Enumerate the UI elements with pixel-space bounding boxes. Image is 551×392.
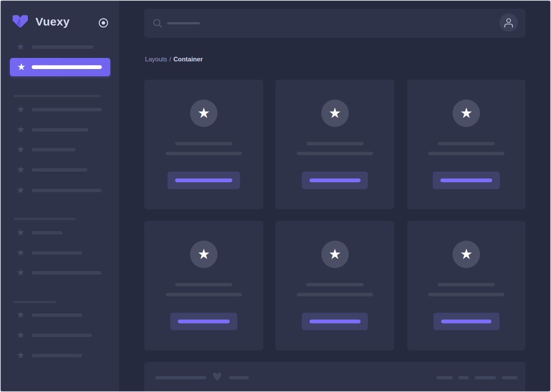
menu-item-label-placeholder	[32, 189, 102, 192]
card-text-line-placeholder	[428, 293, 504, 296]
button-label-placeholder	[441, 320, 491, 323]
sidebar: Vuexy ★★★★★★★★★★★★★	[1, 1, 119, 391]
star-icon: ★	[15, 164, 26, 175]
star-icon: ★	[460, 105, 472, 121]
card-text-line-placeholder	[175, 142, 232, 145]
content-card: ★	[276, 80, 394, 209]
sidebar-menu-item[interactable]: ★	[1, 268, 119, 277]
content-card: ★	[276, 221, 394, 350]
menu-item-label-placeholder	[32, 271, 102, 275]
breadcrumb-link-layouts[interactable]: Layouts	[145, 56, 167, 63]
sidebar-menu-item[interactable]: ★	[1, 248, 119, 257]
breadcrumb-current-page: Container	[173, 56, 203, 63]
star-icon: ★	[15, 267, 26, 278]
content-card: ★	[407, 221, 525, 350]
star-icon: ★	[15, 310, 26, 320]
search-placeholder-bar	[167, 22, 200, 24]
star-icon: ★	[197, 246, 210, 262]
sidebar-section-header-placeholder	[13, 218, 76, 220]
user-avatar[interactable]	[499, 13, 518, 32]
footer-action-placeholder	[475, 376, 496, 379]
card-action-button[interactable]	[433, 313, 499, 330]
sidebar-section-header-placeholder	[13, 95, 101, 97]
sidebar-menu-item[interactable]: ★	[1, 42, 119, 51]
card-text-line-placeholder	[297, 293, 373, 296]
menu-item-label-placeholder	[32, 334, 92, 337]
star-icon: ★	[329, 105, 341, 121]
sidebar-menu-item[interactable]: ★	[1, 228, 119, 237]
sidebar-menu-item[interactable]: ★	[1, 331, 119, 340]
content-card: ★	[144, 80, 263, 209]
card-action-button[interactable]	[168, 172, 240, 189]
footer-text-placeholder	[229, 376, 249, 379]
sidebar-menu-item[interactable]: ★	[1, 351, 119, 360]
card-avatar-circle: ★	[321, 100, 349, 127]
search-bar[interactable]	[144, 9, 525, 38]
search-icon	[153, 18, 163, 28]
card-action-button[interactable]	[433, 172, 500, 189]
person-icon	[504, 18, 513, 27]
star-icon: ★	[15, 350, 26, 361]
star-icon: ★	[460, 246, 472, 262]
button-label-placeholder	[440, 178, 492, 182]
footer-card: ♥	[144, 362, 525, 392]
sidebar-menu-item[interactable]: ★	[1, 186, 119, 195]
sidebar-menu-item[interactable]: ★	[1, 310, 119, 320]
menu-item-label-placeholder	[32, 108, 102, 111]
star-icon: ★	[15, 330, 26, 341]
footer-action-placeholder	[502, 376, 517, 379]
app-frame: Vuexy ★★★★★★★★★★★★★ Layouts/Conta	[0, 0, 551, 392]
card-avatar-circle: ★	[453, 241, 480, 268]
breadcrumb-separator: /	[169, 56, 171, 63]
sidebar-menu-item[interactable]: ★	[1, 105, 119, 114]
star-icon: ★	[15, 104, 26, 115]
card-text-line-placeholder	[175, 283, 232, 286]
menu-item-label-placeholder	[32, 313, 82, 317]
sidebar-menu-item[interactable]: ★	[1, 165, 119, 174]
footer-action-placeholder	[458, 376, 469, 379]
sidebar-menu-item[interactable]: ★	[1, 125, 119, 134]
card-text-line-placeholder	[306, 142, 364, 145]
sidebar-menu-item[interactable]: ★	[1, 145, 119, 154]
card-avatar-circle: ★	[190, 241, 218, 268]
sidebar-section-header-placeholder	[13, 301, 56, 303]
card-avatar-circle: ★	[321, 241, 349, 268]
card-text-line-placeholder	[428, 152, 504, 155]
card-text-line-placeholder	[166, 293, 242, 296]
button-label-placeholder	[175, 178, 232, 182]
star-icon: ★	[15, 144, 26, 155]
sidebar-menu-item-active[interactable]: ★	[10, 58, 110, 76]
breadcrumb: Layouts/Container	[145, 56, 203, 63]
card-avatar-circle: ★	[190, 100, 218, 127]
star-icon: ★	[329, 246, 341, 262]
card-text-line-placeholder	[166, 152, 242, 155]
star-icon: ★	[15, 247, 26, 258]
menu-item-label-placeholder	[32, 128, 89, 132]
star-icon: ★	[15, 42, 26, 52]
menu-item-label-placeholder	[32, 251, 82, 255]
content-card: ★	[144, 221, 263, 350]
content-card: ★	[407, 80, 525, 209]
star-icon: ★	[15, 124, 26, 135]
card-avatar-circle: ★	[453, 100, 480, 127]
button-label-placeholder	[309, 178, 361, 182]
footer-action-placeholder	[437, 376, 453, 379]
star-icon: ★	[16, 62, 27, 72]
star-icon: ★	[15, 227, 26, 238]
card-action-button[interactable]	[170, 313, 237, 330]
menu-item-label-placeholder	[32, 354, 82, 357]
card-text-line-placeholder	[306, 283, 364, 286]
button-label-placeholder	[178, 320, 230, 323]
menu-item-label-placeholder	[32, 231, 63, 235]
active-item-label-placeholder	[32, 65, 102, 69]
menu-item-label-placeholder	[32, 45, 93, 49]
card-text-line-placeholder	[438, 142, 495, 145]
star-icon: ★	[15, 185, 26, 196]
card-text-line-placeholder	[297, 152, 373, 155]
button-label-placeholder	[309, 320, 361, 323]
card-action-button[interactable]	[302, 313, 368, 330]
card-action-button[interactable]	[302, 172, 368, 189]
heart-icon[interactable]: ♥	[211, 371, 223, 383]
sidebar-menu: ★★★★★★★★★★★★★	[1, 1, 119, 391]
menu-item-label-placeholder	[32, 148, 76, 151]
